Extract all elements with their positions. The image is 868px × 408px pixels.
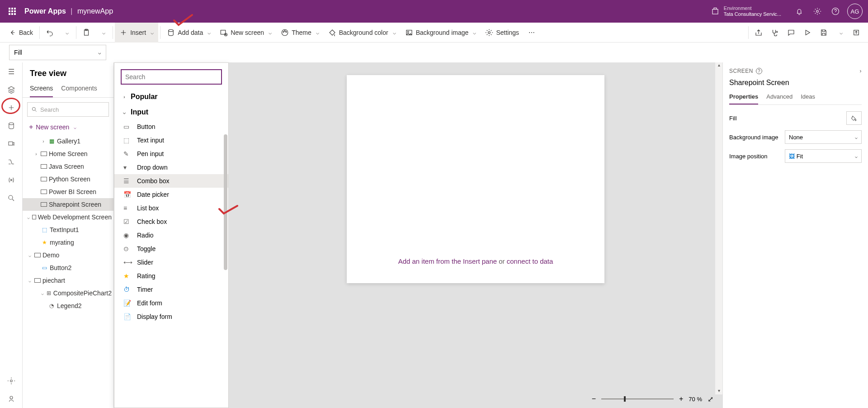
tree-item-webdev[interactable]: ⌵Web Development Screen [23, 211, 113, 223]
tree-item-gallery1[interactable]: ›▦Gallery1 [23, 135, 113, 147]
add-data-button[interactable]: Add data [162, 23, 215, 43]
theme-button[interactable]: Theme [276, 23, 324, 43]
bg-color-button[interactable]: Background color [324, 23, 401, 43]
tree-item-myrating[interactable]: ★myrating [23, 236, 113, 249]
bgimg-dropdown[interactable]: None⌵ [785, 130, 862, 144]
tree-item-comppie[interactable]: ⌵⊞CompositePieChart2 [23, 287, 113, 299]
bg-image-button[interactable]: Background image [401, 23, 481, 43]
tab-ideas[interactable]: Ideas [801, 93, 815, 104]
user-avatar[interactable]: AG [847, 4, 863, 19]
tree-item-legend2[interactable]: ◔Legend2 [23, 299, 113, 312]
media-rail-button[interactable] [0, 135, 23, 153]
insert-item-rating[interactable]: ★Rating [114, 269, 228, 283]
paste-dropdown[interactable] [94, 23, 111, 43]
back-button[interactable]: Back [4, 23, 38, 43]
connect-data-link[interactable]: connect to data [507, 257, 553, 265]
fill-color-button[interactable] [846, 111, 862, 125]
info-icon[interactable]: ? [756, 68, 762, 74]
tree-item-textinput1[interactable]: ⬚TextInput1 [23, 223, 113, 236]
image-icon [405, 28, 413, 37]
tab-properties[interactable]: Properties [729, 93, 758, 104]
tree-item-button2[interactable]: ▭Button2 [23, 261, 113, 274]
tree-item-piechart[interactable]: ⌵piechart [23, 274, 113, 287]
share-button[interactable] [750, 23, 767, 43]
notifications-icon[interactable] [790, 2, 808, 20]
tree-item-python[interactable]: Python Screen [23, 173, 113, 185]
tab-screens[interactable]: Screens [30, 82, 53, 97]
insert-button[interactable]: Insert [115, 23, 158, 43]
svg-point-10 [283, 31, 284, 32]
svg-rect-0 [712, 9, 718, 14]
tree-item-demo[interactable]: ⌵Demo [23, 249, 113, 261]
canvas-artboard[interactable]: Add an item from the Insert pane or conn… [347, 75, 604, 283]
props-element-name: Sharepoint Screen [729, 79, 862, 87]
svg-rect-1 [714, 8, 717, 9]
virtual-agent-button[interactable] [0, 390, 23, 408]
data-rail-button[interactable] [0, 117, 23, 135]
insert-item-displayform[interactable]: 📄Display form [114, 310, 228, 323]
new-screen-button[interactable]: New screen [215, 23, 276, 43]
insert-item-peninput[interactable]: ✎Pen input [114, 147, 228, 161]
media-icon [7, 140, 15, 148]
search-rail-button[interactable] [0, 189, 23, 207]
imgpos-dropdown[interactable]: 🖼 Fit⌵ [785, 149, 862, 163]
collapse-pane-button[interactable]: › [860, 68, 862, 74]
fit-screen-button[interactable]: ⤢ [708, 395, 713, 403]
insert-search-input[interactable] [121, 69, 222, 85]
tree-search[interactable]: Search [27, 102, 109, 117]
zoom-slider[interactable] [601, 399, 674, 399]
insert-item-combobox[interactable]: ☰Combo box [114, 174, 228, 188]
tab-components[interactable]: Components [61, 82, 97, 97]
flows-rail-button[interactable] [0, 153, 23, 171]
settings-icon[interactable] [808, 2, 826, 20]
tree-view-button[interactable] [0, 81, 23, 99]
tree-item-java[interactable]: Java Screen [23, 160, 113, 173]
more-button[interactable]: ⋯ [524, 23, 540, 43]
paste-button[interactable] [78, 23, 94, 43]
tree-item-powerbi[interactable]: Power BI Screen [23, 185, 113, 198]
variables-rail-button[interactable] [0, 171, 23, 189]
environment-picker[interactable]: Environment Tata Consultancy Servic... [711, 5, 781, 17]
zoom-out-button[interactable]: − [592, 395, 596, 403]
tree-item-home[interactable]: ›Home Screen [23, 147, 113, 160]
help-icon[interactable] [826, 2, 844, 20]
new-screen-link[interactable]: + New screen ⌵ [27, 121, 109, 133]
insert-item-button[interactable]: ▭Button [114, 120, 228, 133]
preview-button[interactable] [799, 23, 816, 43]
tab-advanced[interactable]: Advanced [766, 93, 793, 104]
app-launcher-icon[interactable] [5, 5, 19, 18]
undo-button[interactable] [42, 23, 58, 43]
insert-group-input[interactable]: ⌵Input [114, 104, 228, 120]
insert-item-editform[interactable]: 📝Edit form [114, 296, 228, 310]
insert-item-datepicker[interactable]: 📅Date picker [114, 188, 228, 201]
settings-rail-button[interactable] [0, 372, 23, 390]
comments-button[interactable] [783, 23, 799, 43]
insert-group-popular[interactable]: ›Popular [114, 89, 228, 104]
insert-item-toggle[interactable]: ⊙Toggle [114, 242, 228, 256]
insert-item-listbox[interactable]: ≡List box [114, 201, 228, 215]
insert-item-checkbox[interactable]: ☑Check box [114, 215, 228, 228]
tree-item-sharepoint[interactable]: Sharepoint Screen [23, 198, 113, 211]
insert-item-textinput[interactable]: ⬚Text input [114, 133, 228, 147]
zoom-value: 70 % [689, 396, 702, 403]
insert-pane-link[interactable]: Add an item from the Insert pane [398, 257, 497, 265]
property-selector[interactable]: Fill ⌵ [9, 45, 106, 60]
stethoscope-icon [771, 28, 779, 37]
insert-item-dropdown[interactable]: ▾Drop down [114, 161, 228, 174]
zoom-in-button[interactable]: + [679, 395, 683, 403]
checker-button[interactable] [767, 23, 783, 43]
undo-dropdown[interactable] [58, 23, 74, 43]
palette-icon [281, 28, 289, 37]
hamburger-button[interactable]: ☰ [0, 62, 23, 81]
canvas-scrollbar[interactable]: ▴ ▾ [715, 62, 722, 394]
insert-rail-button[interactable] [0, 99, 23, 117]
insert-scrollbar[interactable] [224, 134, 227, 270]
app-name: mynewApp [77, 7, 113, 15]
insert-item-timer[interactable]: ⏱Timer [114, 283, 228, 296]
save-dropdown[interactable] [832, 23, 848, 43]
insert-item-slider[interactable]: ⟷Slider [114, 256, 228, 269]
insert-item-radio[interactable]: ◉Radio [114, 228, 228, 242]
publish-button[interactable] [848, 23, 864, 43]
settings-button[interactable]: Settings [481, 23, 524, 43]
save-button[interactable] [816, 23, 832, 43]
